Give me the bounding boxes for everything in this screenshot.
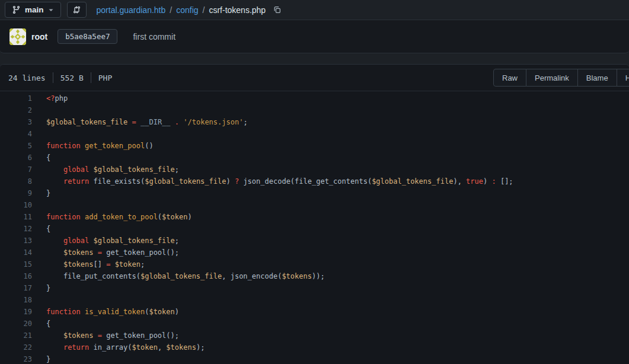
line-number[interactable]: 12 bbox=[0, 223, 32, 235]
code-line: 8 return file_exists($global_tokens_file… bbox=[0, 175, 629, 187]
line-number[interactable]: 22 bbox=[0, 341, 32, 353]
line-number[interactable]: 5 bbox=[0, 140, 32, 152]
line-code: } bbox=[46, 282, 50, 294]
line-number[interactable]: 17 bbox=[0, 282, 32, 294]
branch-selector-button[interactable]: main bbox=[5, 2, 61, 18]
compare-branches-button[interactable] bbox=[67, 2, 87, 18]
breadcrumb-repo-link[interactable]: portal.guardian.htb bbox=[97, 5, 166, 15]
file-actions: RawPermalinkBlameHistory bbox=[493, 69, 629, 87]
code-line: 23} bbox=[0, 353, 629, 364]
line-number[interactable]: 13 bbox=[0, 235, 32, 247]
code-line: 2 bbox=[0, 104, 629, 116]
line-number[interactable]: 6 bbox=[0, 152, 32, 164]
line-number[interactable]: 19 bbox=[0, 306, 32, 318]
line-code: $tokens[] = $token; bbox=[46, 258, 145, 270]
line-code: return in_array($token, $tokens); bbox=[46, 341, 205, 353]
divider bbox=[53, 72, 53, 83]
code-line: 5function get_token_pool() bbox=[0, 140, 629, 152]
copy-icon bbox=[273, 5, 282, 14]
git-branch-icon bbox=[12, 5, 21, 14]
commit-sha-badge[interactable]: b5ae8a5ee7 bbox=[58, 29, 117, 44]
code-line: 18 bbox=[0, 294, 629, 306]
file-size: 552 B bbox=[60, 74, 84, 82]
current-branch-label: main bbox=[25, 5, 44, 14]
breadcrumb: portal.guardian.htb / config / csrf-toke… bbox=[97, 5, 282, 15]
code-line: 4 bbox=[0, 128, 629, 140]
line-code: function add_token_to_pool($token) bbox=[46, 211, 192, 223]
file-action-permalink-button[interactable]: Permalink bbox=[526, 69, 578, 87]
code-line: 17} bbox=[0, 282, 629, 294]
breadcrumb-current-file: csrf-tokens.php bbox=[209, 5, 266, 15]
file-info: 24 lines 552 B PHP bbox=[8, 72, 112, 83]
line-number[interactable]: 8 bbox=[0, 175, 32, 187]
line-code: { bbox=[46, 223, 50, 235]
line-code: return file_exists($global_tokens_file) … bbox=[46, 175, 513, 187]
breadcrumb-separator: / bbox=[203, 5, 205, 15]
line-number[interactable]: 1 bbox=[0, 92, 32, 104]
line-number[interactable]: 9 bbox=[0, 187, 32, 199]
line-number[interactable]: 3 bbox=[0, 116, 32, 128]
code-line: 12{ bbox=[0, 223, 629, 235]
line-number[interactable]: 21 bbox=[0, 330, 32, 341]
line-code: global $global_tokens_file; bbox=[46, 235, 179, 247]
copy-path-button[interactable] bbox=[273, 5, 282, 14]
code-line: 21 $tokens = get_token_pool(); bbox=[0, 330, 629, 341]
line-number[interactable]: 11 bbox=[0, 211, 32, 223]
line-code: function get_token_pool() bbox=[46, 140, 154, 152]
line-number[interactable]: 10 bbox=[0, 199, 32, 211]
divider bbox=[91, 72, 91, 83]
line-number[interactable]: 23 bbox=[0, 353, 32, 364]
repo-toolbar: main portal.guardian.htb / config / csrf… bbox=[0, 0, 629, 20]
line-number[interactable]: 7 bbox=[0, 164, 32, 175]
code-line: 1<?php bbox=[0, 92, 629, 104]
chevron-down-icon bbox=[48, 7, 54, 13]
avatar[interactable] bbox=[9, 28, 26, 45]
line-code: { bbox=[46, 318, 50, 330]
latest-commit-bar: root b5ae8a5ee7 first commit bbox=[0, 20, 629, 53]
line-number[interactable]: 14 bbox=[0, 247, 32, 258]
file-action-blame-button[interactable]: Blame bbox=[578, 69, 617, 87]
file-action-raw-button[interactable]: Raw bbox=[493, 69, 526, 87]
code-line: 20{ bbox=[0, 318, 629, 330]
file-language: PHP bbox=[98, 74, 112, 82]
line-number[interactable]: 15 bbox=[0, 258, 32, 270]
code-line: 9} bbox=[0, 187, 629, 199]
line-number[interactable]: 4 bbox=[0, 128, 32, 140]
code-line: 14 $tokens = get_token_pool(); bbox=[0, 247, 629, 258]
code-line: 15 $tokens[] = $token; bbox=[0, 258, 629, 270]
file-view-box: 24 lines 552 B PHP RawPermalinkBlameHist… bbox=[0, 64, 629, 364]
line-code: $tokens = get_token_pool(); bbox=[46, 330, 179, 341]
line-code: global $global_tokens_file; bbox=[46, 164, 179, 175]
line-code: } bbox=[46, 187, 50, 199]
code-line: 22 return in_array($token, $tokens); bbox=[0, 341, 629, 353]
line-code: function is_valid_token($token) bbox=[46, 306, 179, 318]
line-number[interactable]: 16 bbox=[0, 270, 32, 282]
line-number[interactable]: 20 bbox=[0, 318, 32, 330]
line-number[interactable]: 2 bbox=[0, 104, 32, 116]
code-viewer: 1<?php23$global_tokens_file = __DIR__ . … bbox=[0, 91, 629, 364]
code-line: 13 global $global_tokens_file; bbox=[0, 235, 629, 247]
breadcrumb-separator: / bbox=[170, 5, 172, 15]
line-code: { bbox=[46, 152, 50, 164]
code-line: 10 bbox=[0, 199, 629, 211]
code-line: 7 global $global_tokens_file; bbox=[0, 164, 629, 175]
code-line: 3$global_tokens_file = __DIR__ . '/token… bbox=[0, 116, 629, 128]
code-line: 11function add_token_to_pool($token) bbox=[0, 211, 629, 223]
breadcrumb-folder-link[interactable]: config bbox=[176, 5, 198, 15]
spacer bbox=[0, 53, 629, 64]
file-header: 24 lines 552 B PHP RawPermalinkBlameHist… bbox=[0, 65, 629, 91]
line-code: $global_tokens_file = __DIR__ . '/tokens… bbox=[46, 116, 248, 128]
line-number[interactable]: 18 bbox=[0, 294, 32, 306]
line-code: file_put_contents($global_tokens_file, j… bbox=[46, 270, 325, 282]
code-line: 16 file_put_contents($global_tokens_file… bbox=[0, 270, 629, 282]
code-line: 6{ bbox=[0, 152, 629, 164]
commit-message[interactable]: first commit bbox=[133, 32, 175, 41]
file-action-history-button[interactable]: History bbox=[617, 69, 629, 87]
line-code: $tokens = get_token_pool(); bbox=[46, 247, 179, 258]
git-compare-icon bbox=[72, 5, 81, 14]
code-line: 19function is_valid_token($token) bbox=[0, 306, 629, 318]
commit-author[interactable]: root bbox=[31, 32, 47, 41]
line-code: <?php bbox=[46, 92, 68, 104]
file-line-count: 24 lines bbox=[8, 74, 46, 82]
line-code: } bbox=[46, 353, 50, 364]
